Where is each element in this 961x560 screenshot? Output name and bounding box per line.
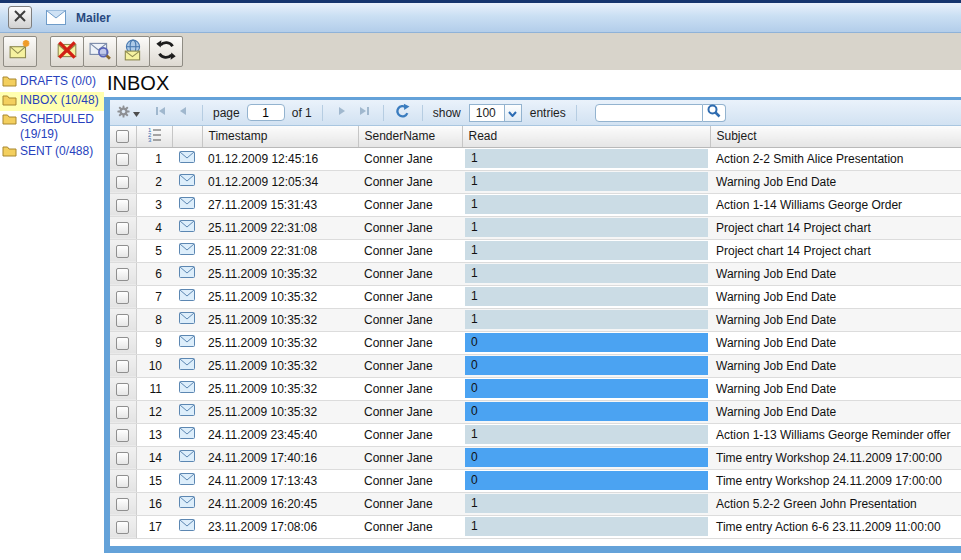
row-checkbox[interactable] [116, 383, 129, 396]
row-checkbox[interactable] [116, 314, 129, 327]
mail-icon-header[interactable] [172, 126, 202, 147]
row-checkbox[interactable] [116, 199, 129, 212]
entries-select[interactable]: 100 [469, 104, 522, 122]
table-row[interactable]: 2 01.12.2009 12:05:34 Conner Jane 1 Warn… [110, 170, 961, 193]
table-row[interactable]: 8 25.11.2009 10:35:32 Conner Jane 1 Warn… [110, 308, 961, 331]
mail-cell [172, 170, 202, 193]
table-row[interactable]: 3 27.11.2009 15:31:43 Conner Jane 1 Acti… [110, 193, 961, 216]
mailer-window: Mailer [0, 0, 961, 560]
sender-header[interactable]: SenderName [358, 126, 462, 147]
sidebar-item-drafts[interactable]: DRAFTS (0/0) [0, 73, 104, 92]
folder-label: SENT (0/488) [20, 144, 93, 159]
folder-icon [2, 74, 17, 91]
search-icon [707, 104, 721, 121]
sidebar-item-scheduled[interactable]: SCHEDULED (19/19) [0, 111, 104, 143]
next-page-button[interactable] [331, 103, 353, 123]
table-row[interactable]: 11 25.11.2009 10:35:32 Conner Jane 0 War… [110, 377, 961, 400]
grid-settings-button[interactable] [116, 104, 140, 122]
row-checkbox[interactable] [116, 452, 129, 465]
chevron-down-icon [508, 106, 517, 120]
sidebar-item-inbox[interactable]: INBOX (10/48) [0, 92, 104, 111]
close-button[interactable] [8, 6, 32, 29]
table-row[interactable]: 9 25.11.2009 10:35:32 Conner Jane 0 Warn… [110, 331, 961, 354]
read-header[interactable]: Read [462, 126, 710, 147]
show-label: show [433, 106, 461, 120]
sender-cell: Conner Jane [358, 262, 462, 285]
row-select-cell [110, 515, 136, 538]
subject-header[interactable]: Subject [710, 126, 961, 147]
prev-page-button[interactable] [172, 103, 194, 123]
row-checkbox[interactable] [116, 521, 129, 534]
subject-cell: Time entry Action 6-6 23.11.2009 11:00:0… [710, 515, 961, 538]
table-row[interactable]: 17 23.11.2009 17:08:06 Conner Jane 1 Tim… [110, 515, 961, 538]
first-page-icon [153, 103, 169, 122]
table-row[interactable]: 7 25.11.2009 10:35:32 Conner Jane 1 Warn… [110, 285, 961, 308]
envelope-icon [179, 175, 195, 189]
page-label: page [213, 106, 240, 120]
mail-cell [172, 285, 202, 308]
row-checkbox[interactable] [116, 291, 129, 304]
table-row[interactable]: 10 25.11.2009 10:35:32 Conner Jane 0 War… [110, 354, 961, 377]
row-checkbox[interactable] [116, 222, 129, 235]
subject-cell: Warning Job End Date [710, 308, 961, 331]
row-number-header[interactable]: 123 [136, 126, 172, 147]
table-row[interactable]: 5 25.11.2009 22:31:08 Conner Jane 1 Proj… [110, 239, 961, 262]
sender-cell: Conner Jane [358, 492, 462, 515]
row-checkbox[interactable] [116, 268, 129, 281]
row-checkbox[interactable] [116, 245, 129, 258]
row-checkbox[interactable] [116, 337, 129, 350]
table-row[interactable]: 12 25.11.2009 10:35:32 Conner Jane 0 War… [110, 400, 961, 423]
row-checkbox[interactable] [116, 153, 129, 166]
refresh-mail-button[interactable] [149, 36, 183, 67]
row-checkbox[interactable] [116, 406, 129, 419]
read-cell: 0 [462, 469, 710, 492]
select-all-checkbox[interactable] [116, 130, 129, 143]
entries-select-button[interactable] [504, 104, 522, 122]
table-row[interactable]: 1 01.12.2009 12:45:16 Conner Jane 1 Acti… [110, 147, 961, 170]
timestamp-cell: 25.11.2009 10:35:32 [202, 308, 358, 331]
timestamp-header[interactable]: Timestamp [202, 126, 358, 147]
sender-cell: Conner Jane [358, 216, 462, 239]
send-receive-mail-button[interactable] [116, 36, 150, 67]
search-mail-button[interactable] [83, 36, 117, 67]
mail-table: 123 Timestamp SenderName Read Subject [110, 126, 961, 539]
table-row[interactable]: 6 25.11.2009 10:35:32 Conner Jane 1 Warn… [110, 262, 961, 285]
read-cell: 1 [462, 170, 710, 193]
table-row[interactable]: 13 24.11.2009 23:45:40 Conner Jane 1 Act… [110, 423, 961, 446]
row-select-cell [110, 216, 136, 239]
sender-cell: Conner Jane [358, 193, 462, 216]
table-row[interactable]: 15 24.11.2009 17:13:43 Conner Jane 0 Tim… [110, 469, 961, 492]
read-cell: 1 [462, 492, 710, 515]
search-input[interactable] [595, 104, 703, 122]
row-checkbox[interactable] [116, 360, 129, 373]
delete-mail-button[interactable] [50, 36, 84, 67]
reload-grid-button[interactable] [392, 103, 414, 123]
envelope-icon [179, 405, 195, 419]
row-checkbox[interactable] [116, 429, 129, 442]
search-button[interactable] [703, 104, 726, 122]
sidebar-item-sent[interactable]: SENT (0/488) [0, 143, 104, 162]
timestamp-cell: 01.12.2009 12:45:16 [202, 147, 358, 170]
timestamp-cell: 25.11.2009 10:35:32 [202, 377, 358, 400]
page-input[interactable] [247, 104, 285, 121]
timestamp-cell: 24.11.2009 23:45:40 [202, 423, 358, 446]
read-cell: 1 [462, 515, 710, 538]
row-checkbox[interactable] [116, 498, 129, 511]
row-checkbox[interactable] [116, 475, 129, 488]
timestamp-cell: 25.11.2009 10:35:32 [202, 331, 358, 354]
row-select-cell [110, 239, 136, 262]
table-row[interactable]: 16 24.11.2009 16:20:45 Conner Jane 1 Act… [110, 492, 961, 515]
table-row[interactable]: 14 24.11.2009 17:40:16 Conner Jane 0 Tim… [110, 446, 961, 469]
last-page-button[interactable] [353, 103, 375, 123]
row-select-cell [110, 354, 136, 377]
first-page-button[interactable] [150, 103, 172, 123]
folder-icon [2, 93, 17, 110]
mail-cell [172, 446, 202, 469]
svg-text:3: 3 [148, 137, 152, 142]
row-checkbox[interactable] [116, 176, 129, 189]
compose-mail-button[interactable] [3, 36, 37, 67]
select-all-header[interactable] [110, 126, 136, 147]
table-row[interactable]: 4 25.11.2009 22:31:08 Conner Jane 1 Proj… [110, 216, 961, 239]
sender-cell: Conner Jane [358, 331, 462, 354]
pager-separator [383, 105, 384, 121]
